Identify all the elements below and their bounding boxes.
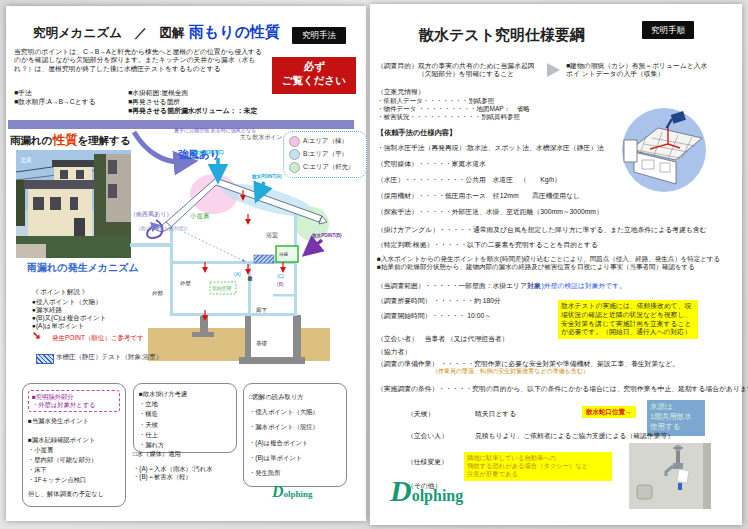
source-line-2: ・物件データ ・・・・・・・・・地図MAP： 省略 bbox=[377, 105, 530, 113]
intro-paragraph: 当究明のポイントは、C→B→Aと軒先から棟先へと屋根のどの位置から侵入するのかを… bbox=[14, 48, 266, 73]
corridor-label: 廊下 bbox=[256, 307, 268, 313]
dolphing-logo-right: Dolphing bbox=[390, 476, 463, 506]
cooperator-label: （協力者） bbox=[377, 348, 411, 356]
water-source-box: 水源は、 1階共用散水 使用する bbox=[647, 400, 705, 436]
media-line3: ・(B)＝被害水（軽） bbox=[133, 473, 192, 481]
rain-note-label: （雨に降られた箇所(窓)） bbox=[136, 225, 190, 232]
purpose-result: ■建物の瑕疵（カシ）有無＝ボリュームと入水 ポイ ントデータの入手（収集） bbox=[566, 62, 707, 79]
mark-c: (C) bbox=[277, 273, 284, 279]
logo-rest-right: olphing bbox=[412, 487, 464, 504]
box3-line2: ・侵入ポイント（欠陥） bbox=[249, 405, 341, 418]
scope-line: （当調査範囲）・・・・・一部壁面：水掛エリア対象 bbox=[377, 282, 541, 290]
faucet-position-label: 散水蛇口位置→ bbox=[582, 406, 636, 418]
tank-test-note: 水槽圧（静圧）テスト（対象:浴室） bbox=[56, 353, 162, 361]
right-page-title: 散水テスト究明仕様要綱 bbox=[419, 26, 585, 45]
warning-highlight-box: 散水テストの実施には、依頼後改めて、現場状況の確認と近隣の状況などを視察し、安全… bbox=[558, 300, 698, 339]
must-see-box: 必ず ご覧ください bbox=[272, 57, 356, 94]
spec-line-7: （特定判断:根拠）・・・・・以下の二要素を究明することを目的とする bbox=[377, 241, 598, 249]
spec-header: 【依頼手法の仕様内容】 bbox=[377, 128, 456, 137]
excluded-part-box: ■究明除外部分 ・外壁は対象外とする bbox=[28, 390, 120, 412]
box2-line6: ・漏れ方 bbox=[139, 441, 231, 449]
box1-line7: 但し、解体調査の予定なし bbox=[28, 490, 120, 498]
box1-line3: ・小屋裏 bbox=[28, 446, 120, 454]
factor-line-2: ■始業前の乾燥部分状態から、建物内部の漏水の経路及び被害位置を目視により事実（当… bbox=[377, 263, 695, 271]
box2-line4: ・天候 bbox=[139, 421, 231, 429]
faucet-photo bbox=[629, 443, 711, 509]
mark-a: (A) bbox=[234, 271, 241, 277]
source-line-1: ・依頼人データ・・・・・・・別紙参照 bbox=[377, 97, 494, 105]
legend-row-a: A:エリア（棟） bbox=[289, 135, 361, 148]
witness-label: （立会い者） bbox=[377, 335, 418, 342]
rain-note-pointer-icon bbox=[184, 232, 244, 261]
media-line2: ・(A)＝入水（雨水）:汚れ水 bbox=[133, 465, 213, 473]
purpose-label: （調査目的） bbox=[377, 62, 418, 70]
attendee-value: 見積もりより、ご依頼者によるご協力支援による（確認作業等） bbox=[475, 432, 674, 440]
understand-post: を理解する bbox=[78, 134, 131, 146]
dolphing-logo-left: Dolphing bbox=[272, 484, 313, 500]
conditions-line: （実施調査の条件）・・・・・究明の目的から、以下の条件にかかる場合には、究明作業… bbox=[377, 385, 748, 393]
attic-label: 小屋裏 bbox=[190, 212, 210, 220]
occurrence-note: 発生POINT（順位）ご参考です bbox=[52, 334, 144, 342]
box1-line1: ■当漏水発生ポイント bbox=[28, 417, 120, 425]
spec-line-5: （探索手法）・・・・・外部圧送、水掛、至近距離（300mm～3000mm） bbox=[377, 208, 603, 216]
procedure-badge: 究明手順 bbox=[642, 21, 694, 39]
indoor-space-label: 室内空間 bbox=[212, 285, 231, 291]
box1-line6: ・1Fキッチン点検口 bbox=[28, 476, 120, 484]
logo-initial-right: D bbox=[390, 474, 412, 507]
logo-initial: D bbox=[272, 483, 284, 500]
box1-line2: ■漏水記録確認ポイント bbox=[28, 436, 120, 444]
logo-rest: olphing bbox=[284, 489, 313, 499]
legend-label-a: A:エリア（棟） bbox=[303, 137, 348, 146]
scope-note: 注意)外壁の検証は対象外です。 bbox=[528, 282, 626, 290]
tub-label: 浴槽 bbox=[279, 252, 288, 257]
box2-line2: ・立地 bbox=[139, 400, 231, 408]
bullet-col1-line2: ■散水順序:A→B→Cとする bbox=[14, 98, 96, 106]
legend-dot-a-icon bbox=[289, 136, 300, 147]
point-item-1: ●侵入ポイント（欠陥） bbox=[32, 298, 102, 306]
start-time-line: （調査開始時間）・・・・・ 10:00～ bbox=[377, 312, 491, 320]
legend-row-c: C:エリア（軒先） bbox=[289, 161, 361, 174]
attendee-label: （立会い人） bbox=[407, 432, 448, 440]
left-page-title: 究明メカニズム ／ 図解 bbox=[33, 26, 184, 42]
understand-pre: 雨漏れの bbox=[10, 134, 53, 146]
points-title: 《 ポイント解説 》 bbox=[32, 288, 88, 296]
box2-line3: ・構造 bbox=[139, 410, 231, 418]
house-photo: 北東 bbox=[16, 150, 131, 258]
point-item-3: ●(B)又(C)は複合ポイント bbox=[32, 314, 106, 322]
left-page-title-accent: 雨もりの性質 bbox=[189, 23, 280, 42]
bath-label: 浴室 bbox=[266, 231, 278, 239]
factor-line-1: ■入水ポイントからの発生ポイントを順次(時間差)絞り込むことにより、問題点（侵入… bbox=[377, 255, 720, 263]
must-see-line2: ご覧ください bbox=[272, 74, 356, 88]
legend-dot-c-icon bbox=[289, 162, 300, 173]
southwest-wind-label: （南西風あり） bbox=[130, 211, 172, 218]
prep-note: （作業員の墜落、転倒の安全対策措置などの準備も含む） bbox=[432, 368, 589, 376]
exclusion-box: ■究明除外部分 ・外壁は対象外とする ■当漏水発生ポイント ■漏水記録確認ポイン… bbox=[22, 383, 126, 507]
mechanism-heading: 雨漏れの発生メカニズム bbox=[27, 262, 139, 275]
legend-label-b: B:エリア（平） bbox=[303, 150, 348, 159]
media-title: □水（媒体）適用 bbox=[133, 450, 181, 458]
foundation-label: 基礎 bbox=[256, 340, 268, 347]
box3-line5: ・(B)は単ポイント bbox=[249, 451, 341, 464]
outer-wall-label: 外壁 bbox=[180, 280, 192, 286]
change-highlight-box: 隣地に駐車している自動車への 飛散する恐れがある場合（タクシー）など 注意が肝要… bbox=[464, 452, 612, 481]
arrow-right-icon bbox=[547, 63, 560, 77]
must-see-line1: 必ず bbox=[272, 60, 356, 74]
understand-emphasis: 性質 bbox=[53, 133, 78, 147]
main-points-label: 主な散水ポイント bbox=[240, 133, 289, 141]
bullet-col2-line1: ■水掛範囲:屋根全面 bbox=[128, 89, 188, 97]
legend-dot-b-icon bbox=[289, 149, 300, 160]
spray-method-box: ■散水掛け方考慮 ・立地 ・構造 ・天候 ・仕上 ・漏れ方 bbox=[133, 383, 237, 453]
spray-point-b-arrow-icon bbox=[310, 240, 322, 250]
point-item-2: ●漏水経路 bbox=[32, 306, 62, 314]
weather-value: 晴天日とする bbox=[475, 410, 516, 418]
duration-line: （調査所要時間） ・・・・・・約 180分 bbox=[377, 297, 501, 305]
box2-line5: ・仕上 bbox=[139, 431, 231, 439]
weather-label: （天候） bbox=[407, 410, 434, 418]
legend-row-b: B:エリア（平） bbox=[289, 148, 361, 161]
method-badge: 究明手法 bbox=[292, 27, 346, 44]
box3-line6: ・発生箇所 bbox=[249, 466, 341, 479]
document-spread: 究明メカニズム ／ 図解 雨もりの性質 究明手法 当究明のポイントは、C→B→A… bbox=[0, 0, 748, 529]
understand-heading: 雨漏れの性質を理解する bbox=[10, 133, 131, 149]
spec-line-1: ・強制水圧手法（再発再現）:散水法、スポット法、水槽深水圧（静圧）法 bbox=[377, 144, 604, 152]
red-arrow-icon: ➘ bbox=[32, 329, 41, 343]
